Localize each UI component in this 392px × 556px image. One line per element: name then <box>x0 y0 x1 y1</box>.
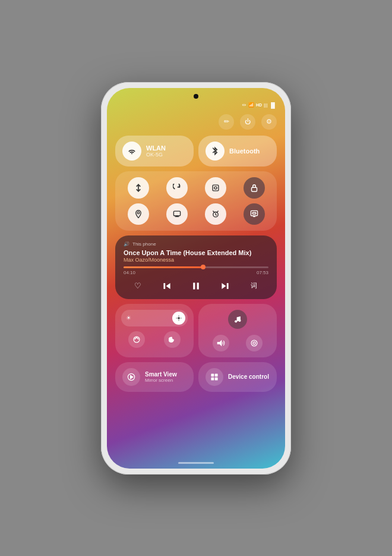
device-control-text: Device control <box>228 373 269 380</box>
bluetooth-title: Bluetooth <box>229 147 260 155</box>
svg-rect-13 <box>252 212 256 214</box>
tiles-container: WLAN OK-5G Bluetooth <box>115 136 277 392</box>
smart-view-sub: Mirror screen <box>145 378 177 383</box>
camera-dot <box>194 94 198 99</box>
svg-rect-20 <box>227 283 229 289</box>
settings-button[interactable]: ⚙ <box>261 114 277 130</box>
svg-rect-16 <box>164 283 166 289</box>
eye-comfort-button[interactable] <box>128 331 145 348</box>
screenshot-button[interactable] <box>205 177 226 199</box>
brightness-panel: ☀ <box>115 304 194 357</box>
wlan-title: WLAN <box>146 145 166 152</box>
smart-view-text: Smart View Mirror screen <box>145 371 177 383</box>
home-indicator[interactable] <box>178 462 214 464</box>
signal-status-icon: ||| <box>264 102 267 108</box>
smart-view-title: Smart View <box>145 371 177 378</box>
phone-device: ⚰ 📶 HD ||| ▐▌ ✏ ⏻ ⚙ <box>101 82 291 475</box>
phone-screen: ⚰ 📶 HD ||| ▐▌ ✏ ⏻ ⚙ <box>107 88 285 469</box>
bluetooth-status-icon: ⚰ <box>242 102 246 108</box>
svg-marker-19 <box>222 283 226 289</box>
svg-rect-6 <box>173 211 180 216</box>
wlan-text: WLAN OK-5G <box>146 145 166 158</box>
time-row: 04:10 07:53 <box>124 270 268 275</box>
svg-marker-15 <box>166 283 170 289</box>
volume-button[interactable] <box>213 335 229 351</box>
sub-icons-left <box>121 331 188 348</box>
power-icon: ⏻ <box>245 118 251 125</box>
wlan-sub: OK-5G <box>146 152 166 158</box>
pause-button[interactable] <box>189 279 203 293</box>
power-button[interactable]: ⏻ <box>240 114 255 130</box>
bottom-tiles-row: Smart View Mirror screen Dev <box>115 362 277 392</box>
wifi-status-icon: 📶 <box>248 102 254 108</box>
alarm-button[interactable] <box>205 203 226 225</box>
brightness-icon: ☀ <box>126 315 131 321</box>
brightness-slider[interactable]: ☀ <box>121 310 188 326</box>
lock-button[interactable] <box>244 177 265 199</box>
bluetooth-text: Bluetooth <box>229 147 260 155</box>
samsung-dex-button[interactable] <box>166 203 188 225</box>
svg-marker-30 <box>217 340 222 346</box>
bluetooth-tile[interactable]: Bluetooth <box>198 136 277 167</box>
svg-point-29 <box>238 319 241 322</box>
svg-marker-34 <box>131 375 133 379</box>
source-icon: 🔊 <box>124 241 129 247</box>
svg-point-5 <box>137 212 140 214</box>
battery-status-icon: ▐▌ <box>269 102 277 108</box>
svg-rect-4 <box>251 187 257 191</box>
svg-rect-38 <box>215 377 218 380</box>
volume-panel <box>198 304 277 357</box>
previous-button[interactable] <box>160 279 174 293</box>
wlan-tile[interactable]: WLAN OK-5G <box>115 136 194 167</box>
svg-rect-37 <box>211 377 214 380</box>
edit-icon: ✏ <box>224 118 229 125</box>
source-label: This phone <box>132 241 156 247</box>
svg-point-0 <box>131 153 132 154</box>
svg-point-32 <box>253 341 255 344</box>
sliders-row: ☀ <box>115 304 277 357</box>
data-transfer-button[interactable] <box>128 177 149 199</box>
svg-rect-36 <box>215 373 218 376</box>
time-current: 04:10 <box>124 270 135 275</box>
connectivity-row: WLAN OK-5G Bluetooth <box>115 136 277 167</box>
bluetooth-icon <box>206 142 225 161</box>
sync-button[interactable] <box>166 177 188 199</box>
music-progress-fill <box>124 266 203 268</box>
svg-rect-17 <box>193 282 195 289</box>
svg-rect-18 <box>197 282 199 289</box>
svg-point-31 <box>251 340 257 346</box>
music-title: Once Upon A Time (House Extended Mix) <box>124 249 268 256</box>
svg-line-11 <box>217 211 218 212</box>
device-control-title: Device control <box>228 373 269 380</box>
svg-rect-35 <box>211 373 214 376</box>
cast-button[interactable] <box>244 203 265 225</box>
svg-point-28 <box>235 320 237 322</box>
time-total: 07:53 <box>257 270 268 275</box>
music-source: 🔊 This phone <box>124 241 268 247</box>
progress-thumb <box>201 265 206 269</box>
svg-rect-12 <box>251 211 257 215</box>
music-controls: ♡ <box>124 279 268 293</box>
location-button[interactable] <box>128 203 149 225</box>
brightness-thumb <box>172 312 185 325</box>
settings-icon: ⚙ <box>266 118 272 125</box>
wlan-icon <box>122 142 141 161</box>
device-control-icon <box>206 368 223 386</box>
device-control-tile[interactable]: Device control <box>198 362 277 392</box>
night-mode-button[interactable] <box>164 331 181 348</box>
top-actions: ✏ ⏻ ⚙ <box>219 114 277 130</box>
status-bar: ⚰ 📶 HD ||| ▐▌ <box>242 102 277 108</box>
music-progress-bar[interactable] <box>124 266 268 268</box>
like-button[interactable]: ♡ <box>131 279 145 293</box>
ring-mode-button[interactable] <box>246 335 263 351</box>
svg-rect-2 <box>213 185 219 191</box>
smart-view-icon <box>122 368 140 386</box>
lyrics-button[interactable]: 词 <box>247 279 261 293</box>
hd-label: HD <box>256 103 262 107</box>
next-button[interactable] <box>218 279 232 293</box>
edit-button[interactable]: ✏ <box>219 114 234 130</box>
music-player: 🔊 This phone Once Upon A Time (House Ext… <box>115 235 277 299</box>
svg-point-3 <box>214 186 216 189</box>
smart-view-tile[interactable]: Smart View Mirror screen <box>115 362 194 392</box>
music-artist: Max Oazo/Moonessa <box>124 257 268 263</box>
